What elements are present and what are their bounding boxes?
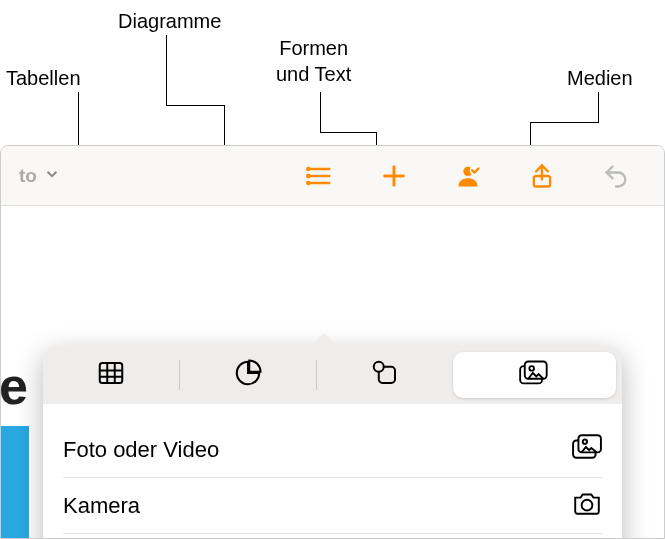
leader-line: [598, 92, 599, 122]
title-area[interactable]: to: [19, 165, 61, 187]
callout-shapes: Formen und Text: [276, 35, 351, 87]
insert-popover: Foto oder Video Kamera Audio aufnehmen: [43, 346, 622, 539]
svg-point-17: [374, 362, 384, 372]
leader-line: [530, 122, 599, 123]
app-window: to e: [0, 145, 665, 539]
photo-video-icon: [572, 433, 602, 467]
tab-shapes[interactable]: [317, 346, 453, 404]
collaborate-button[interactable]: [438, 156, 498, 196]
svg-point-5: [307, 181, 309, 183]
callout-charts: Diagramme: [118, 8, 221, 34]
insert-button[interactable]: [364, 156, 424, 196]
media-menu-list: Foto oder Video Kamera Audio aufnehmen: [43, 404, 622, 539]
insert-tabs: [43, 346, 622, 404]
leader-line: [320, 92, 321, 132]
bg-text-fragment: e: [0, 356, 28, 416]
bg-blue-strip: [1, 426, 29, 538]
svg-point-24: [582, 499, 593, 510]
outline-button[interactable]: [290, 156, 350, 196]
document-title-fragment: to: [19, 165, 37, 187]
tab-tables[interactable]: [43, 346, 179, 404]
popover-arrow: [310, 333, 338, 347]
leader-line: [166, 105, 224, 106]
share-button[interactable]: [512, 156, 572, 196]
callout-tables: Tabellen: [6, 65, 81, 91]
chevron-down-icon[interactable]: [43, 165, 61, 186]
svg-point-4: [307, 174, 309, 176]
menu-item-label: Foto oder Video: [63, 437, 219, 463]
media-icon: [519, 358, 549, 392]
toolbar: to: [1, 146, 664, 206]
tab-charts[interactable]: [180, 346, 316, 404]
shapes-icon: [370, 358, 400, 392]
menu-item-label: Kamera: [63, 493, 140, 519]
svg-point-3: [307, 167, 309, 169]
undo-button[interactable]: [586, 156, 646, 196]
table-icon: [96, 358, 126, 392]
svg-rect-11: [100, 363, 123, 383]
leader-line: [320, 132, 376, 133]
menu-item-photo-video[interactable]: Foto oder Video: [63, 422, 602, 478]
callout-media: Medien: [567, 65, 633, 91]
camera-icon: [572, 489, 602, 523]
leader-line: [166, 35, 167, 105]
tab-media[interactable]: [453, 352, 616, 398]
menu-item-camera[interactable]: Kamera: [63, 478, 602, 534]
pie-chart-icon: [233, 358, 263, 392]
callouts-layer: Tabellen Diagramme Formen und Text Medie…: [0, 0, 665, 145]
menu-item-record-audio[interactable]: Audio aufnehmen: [63, 534, 602, 539]
